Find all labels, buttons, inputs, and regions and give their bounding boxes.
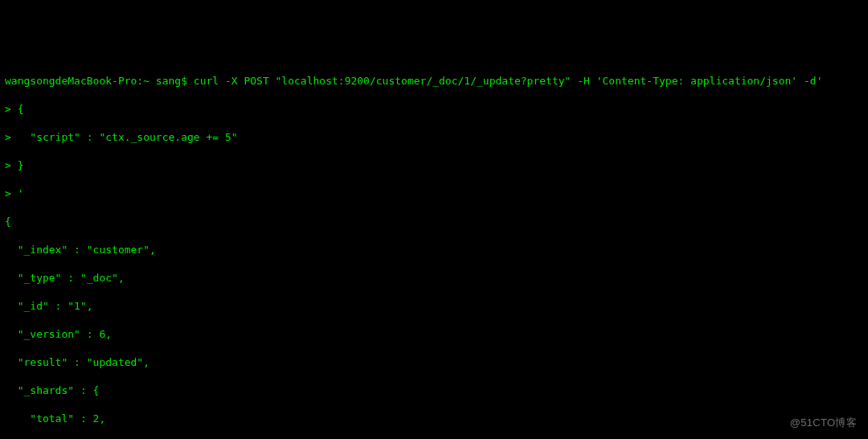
terminal-line: "_version" : 6, <box>5 327 863 342</box>
terminal-line: "total" : 2, <box>5 412 863 426</box>
terminal-line: "_shards" : { <box>5 384 863 398</box>
terminal-line: > ' <box>5 187 863 201</box>
terminal-line: "_type" : "_doc", <box>5 271 863 285</box>
terminal-line: "_index" : "customer", <box>5 243 863 257</box>
terminal-line: { <box>5 215 863 229</box>
terminal-output[interactable]: wangsongdeMacBook-Pro:~ sang$ curl -X PO… <box>5 59 863 439</box>
terminal-line: "_id" : "1", <box>5 299 863 314</box>
terminal-line: > "script" : "ctx._source.age += 5" <box>5 130 863 145</box>
terminal-line: "result" : "updated", <box>5 355 863 370</box>
terminal-line: > } <box>5 158 863 173</box>
terminal-line: > { <box>5 102 863 117</box>
terminal-line: wangsongdeMacBook-Pro:~ sang$ curl -X PO… <box>5 74 863 88</box>
watermark-text: @51CTO博客 <box>790 416 857 430</box>
